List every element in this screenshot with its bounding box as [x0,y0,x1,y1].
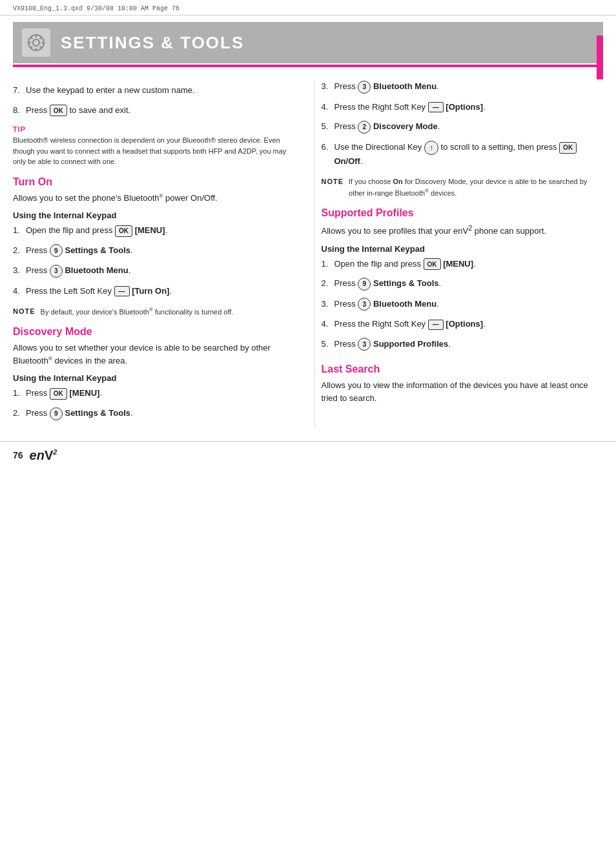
key-3: 3 [50,265,63,278]
disc-step-5: 5. Press 2 Discovery Mode. [322,120,604,138]
tip-text: Bluetooth® wireless connection is depend… [13,135,295,167]
page-footer: 76 enV2 [0,441,616,469]
accent-bar [597,36,603,79]
svg-line-9 [31,46,33,48]
discovery-step-1: 1. Press OK [MENU]. [13,387,295,404]
key-3: 3 [358,81,371,94]
discovery-step-2: 2. Press 9 Settings & Tools. [13,407,295,424]
page-number: 76 [13,450,23,460]
discovery-mode-description: Allows you to set whether your device is… [13,342,295,367]
key-9: 9 [358,278,371,291]
sp-step-2: 2. Press 9 Settings & Tools. [322,277,604,294]
ok-key: OK [50,105,67,116]
step-8: 8. Press OK to save and exit. [13,104,295,121]
turn-on-description: Allows you to set the phone's Bluetooth®… [13,192,295,205]
last-search-description: Allows you to view the information of th… [322,379,604,404]
left-column: 7. Use the keypad to enter a new custom … [13,80,302,428]
turn-on-step-3: 3. Press 3 Bluetooth Menu. [13,264,295,282]
supported-profiles-subsection: Using the Internal Keypad [322,244,604,254]
accent-line [13,65,603,67]
turn-on-step-2: 2. Press 9 Settings & Tools. [13,244,295,262]
last-search-title: Last Search [322,364,604,375]
ok-key: OK [424,258,441,270]
ok-key: OK [50,388,67,400]
key-9: 9 [50,244,63,257]
right-soft-key: — [428,102,444,112]
sp-step-1: 1. Open the flip and press OK [MENU]. [322,258,604,274]
sp-step-4: 4. Press the Right Soft Key — [Options]. [322,318,604,334]
svg-line-8 [40,37,42,39]
discovery-subsection: Using the Internal Keypad [13,373,295,383]
discovery-steps: 1. Press OK [MENU]. 2. Press 9 Settings … [13,387,295,424]
brand-logo: enV2 [30,448,57,463]
settings-icon [22,28,50,57]
key-3: 3 [358,298,371,311]
step-7: 7. Use the keypad to enter a new custom … [13,84,295,101]
intro-steps: 7. Use the keypad to enter a new custom … [13,84,295,120]
turn-on-step-1: 1. Open the flip and press OK [MENU]. [13,224,295,241]
turn-on-subsection: Using the Internal Keypad [13,210,295,220]
supported-profiles-title: Supported Profiles [322,207,604,219]
key-3b: 3 [358,338,371,351]
turn-on-title: Turn On [13,176,295,188]
title-bar: SETTINGS & TOOLS [13,22,603,63]
discovery-note: NOTE If you choose On for Discovery Mode… [322,176,604,198]
turn-on-steps: 1. Open the flip and press OK [MENU]. 2.… [13,224,295,301]
discovery-mode-title: Discovery Mode [13,326,295,338]
right-column: 3. Press 3 Bluetooth Menu. 4. Press the … [314,80,604,428]
left-soft-key: — [114,286,130,296]
svg-line-6 [31,37,33,39]
key-9: 9 [50,407,63,420]
disc-step-3: 3. Press 3 Bluetooth Menu. [322,80,604,97]
supported-profiles-steps: 1. Open the flip and press OK [MENU]. 2.… [322,258,604,355]
tip-label: TIP [13,125,295,133]
ok-key: OK [115,225,132,237]
sp-step-3: 3. Press 3 Bluetooth Menu. [322,298,604,315]
directional-key: ↑ [424,141,438,155]
supported-profiles-description: Allows you to see profiles that your enV… [322,223,604,238]
page-title: SETTINGS & TOOLS [61,33,244,53]
turn-on-step-4: 4. Press the Left Soft Key — [Turn On]. [13,285,295,302]
right-soft-key: — [428,320,444,330]
content-area: 7. Use the keypad to enter a new custom … [13,80,603,428]
disc-step-6: 6. Use the Directional Key ↑ to scroll t… [322,141,604,172]
svg-line-7 [40,46,42,48]
ok-key: OK [559,142,577,154]
page-header: VX9100_Eng_1.3.qxd 9/30/08 10:00 AM Page… [0,0,616,15]
disc-step-4: 4. Press the Right Soft Key — [Options]. [322,101,604,118]
key-2: 2 [358,121,371,134]
sp-step-5: 5. Press 3 Supported Profiles. [322,338,604,355]
svg-point-1 [33,39,39,46]
turn-on-note: NOTE By default, your device's Bluetooth… [13,306,295,317]
discovery-steps-cont: 3. Press 3 Bluetooth Menu. 4. Press the … [322,80,604,171]
